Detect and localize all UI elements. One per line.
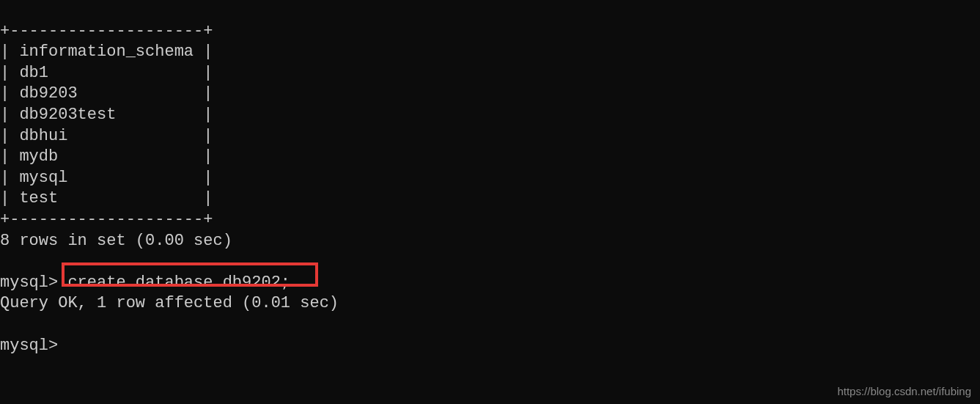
table-row: | db1 | [0, 64, 213, 82]
table-border-top: +--------------------+ [0, 22, 213, 40]
table-row: | dbhui | [0, 127, 213, 145]
table-row: | mysql | [0, 169, 213, 187]
table-row: | information_schema | [0, 43, 213, 61]
command-line: mysql> create database db9202; [0, 273, 290, 292]
mysql-prompt: mysql> [0, 273, 67, 292]
mysql-prompt: mysql> [0, 337, 67, 355]
table-border-bottom: +--------------------+ [0, 210, 213, 229]
watermark-text: https://blog.csdn.net/ifubing [837, 384, 971, 399]
sql-command: create database db9202; [67, 273, 290, 292]
table-row: | test | [0, 189, 213, 207]
query-result: Query OK, 1 row affected (0.01 sec) [0, 294, 339, 312]
table-row: | db9203 | [0, 84, 213, 103]
table-row: | db9203test | [0, 106, 213, 124]
result-summary: 8 rows in set (0.00 sec) [0, 232, 232, 250]
table-row: | mydb | [0, 147, 213, 166]
terminal-output[interactable]: +--------------------+ | information_sch… [0, 0, 980, 356]
